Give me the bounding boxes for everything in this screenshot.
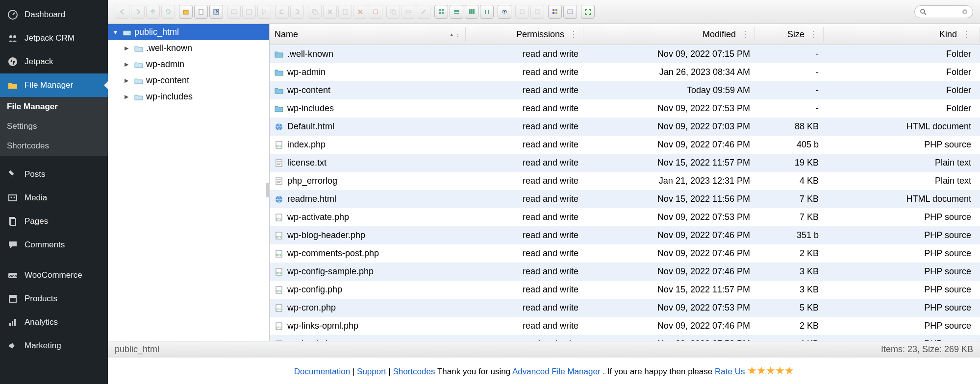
col-kind[interactable]: Kind ⋮ [824, 27, 980, 42]
folder-tree: ▼ public_html ▶.well-known▶wp-admin▶wp-c… [108, 24, 270, 341]
sidebar-item-dashboard[interactable]: Dashboard [0, 3, 108, 26]
tree-item[interactable]: ▶wp-includes [108, 89, 269, 105]
sidebar-item-pages[interactable]: Pages [0, 210, 108, 233]
empty-button[interactable] [369, 5, 382, 19]
open-button[interactable] [227, 5, 241, 19]
col-size[interactable]: Size ⋮ [755, 27, 824, 42]
chevron-right-icon[interactable]: ▶ [125, 94, 131, 100]
file-row[interactable]: wp-adminread and writeJan 26, 2023 08:34… [270, 63, 980, 81]
tree-item-label: wp-includes [146, 92, 193, 102]
file-row[interactable]: wp-includesread and writeNov 09, 2022 07… [270, 99, 980, 118]
info-button[interactable] [548, 5, 562, 19]
svg-rect-4 [9, 195, 17, 201]
doc-link[interactable]: Documentation [294, 367, 350, 376]
sidebar-item-woocommerce[interactable]: WooWooCommerce [0, 264, 108, 287]
sidebar-item-file-manager[interactable]: File Manager [0, 73, 108, 97]
icons-view-button[interactable] [434, 5, 448, 19]
file-row[interactable]: license.txtread and writeNov 15, 2022 11… [270, 154, 980, 172]
chevron-right-icon[interactable]: ▶ [125, 77, 131, 84]
chevron-right-icon[interactable]: ▶ [125, 45, 131, 51]
fullscreen-button[interactable] [581, 5, 595, 19]
search-box[interactable] [914, 5, 973, 18]
tree-resize-handle[interactable] [266, 183, 269, 197]
file-row[interactable]: phpwp-blog-header.phpread and writeNov 0… [270, 226, 980, 244]
sort-button[interactable] [480, 5, 494, 19]
archive-button[interactable] [530, 5, 544, 19]
col-name[interactable]: Name▲ ⋮ [270, 27, 466, 42]
edit-button[interactable] [417, 5, 430, 19]
extract-button[interactable] [515, 5, 529, 19]
clear-icon[interactable] [962, 9, 968, 15]
reload-button[interactable] [161, 5, 175, 19]
sidebar-item-jetpack[interactable]: Jetpack [0, 50, 108, 73]
columns-view-button[interactable] [465, 5, 478, 19]
file-row[interactable]: phpwp-config.phpread and writeNov 15, 20… [270, 281, 980, 299]
cut-button[interactable] [323, 5, 337, 19]
shortcodes-link[interactable]: Shortcodes [393, 367, 435, 376]
undo-button[interactable] [275, 5, 289, 19]
tree-item[interactable]: ▶.well-known [108, 40, 269, 56]
file-row[interactable]: phpwp-config-sample.phpread and writeNov… [270, 263, 980, 281]
sidebar-item-jetpack-crm[interactable]: Jetpack CRM [0, 26, 108, 50]
sidebar-item-marketing[interactable]: Marketing [0, 334, 108, 358]
rate-link[interactable]: Rate Us [715, 367, 745, 376]
help-button[interactable] [563, 5, 577, 19]
support-link[interactable]: Support [357, 367, 386, 376]
redo-button[interactable] [290, 5, 304, 19]
new-file-button[interactable] [194, 5, 208, 19]
stars-icon[interactable]: ★★★★★ [747, 364, 794, 377]
html-icon [275, 195, 283, 204]
chevron-down-icon[interactable]: ▼ [113, 29, 120, 35]
chevron-right-icon[interactable]: ▶ [125, 61, 131, 68]
txt-icon [275, 177, 283, 186]
sidebar-item-label: Pages [25, 216, 48, 226]
file-row[interactable]: Default.htmlread and writeNov 09, 2022 0… [270, 118, 980, 136]
sidebar-item-analytics[interactable]: Analytics [0, 311, 108, 334]
col-permissions[interactable]: Permissions ⋮ [466, 27, 583, 42]
getfile-button[interactable] [257, 5, 271, 19]
file-row[interactable]: php_errorlogread and writeJan 21, 2023 1… [270, 172, 980, 190]
up-button[interactable] [146, 5, 160, 19]
sidebar-sub-settings[interactable]: Settings [0, 117, 108, 136]
sidebar-item-label: WooCommerce [25, 270, 82, 280]
download-button[interactable] [242, 5, 256, 19]
file-size: 7 KB [755, 192, 824, 206]
file-row[interactable]: phpwp-load.phpread and writeNov 09, 2022… [270, 335, 980, 341]
tree-root[interactable]: ▼ public_html [108, 24, 269, 40]
file-row[interactable]: phpwp-cron.phpread and writeNov 09, 2022… [270, 299, 980, 317]
file-row[interactable]: readme.htmlread and writeNov 15, 2022 11… [270, 190, 980, 208]
php-icon: php [275, 286, 283, 294]
sidebar-sub-file-manager[interactable]: File Manager [0, 97, 108, 117]
search-input[interactable] [930, 8, 959, 16]
file-name: wp-admin [287, 67, 326, 77]
file-kind: Folder [824, 83, 980, 97]
file-row[interactable]: phpwp-activate.phpread and writeNov 09, … [270, 208, 980, 226]
file-row[interactable]: phpindex.phpread and writeNov 09, 2022 0… [270, 136, 980, 154]
preview-button[interactable] [498, 5, 511, 19]
sidebar-item-comments[interactable]: Comments [0, 233, 108, 257]
copy-button[interactable] [308, 5, 322, 19]
delete-button[interactable] [353, 5, 367, 19]
analytics-icon [7, 316, 19, 328]
file-row[interactable]: .well-knownread and writeNov 09, 2022 07… [270, 45, 980, 63]
tree-item[interactable]: ▶wp-content [108, 72, 269, 89]
new-folder-button[interactable] [179, 5, 193, 19]
rename-button[interactable] [402, 5, 415, 19]
file-row[interactable]: phpwp-comments-post.phpread and writeNov… [270, 244, 980, 263]
sidebar-item-posts[interactable]: Posts [0, 163, 108, 186]
sidebar-sub-shortcodes[interactable]: Shortcodes [0, 136, 108, 156]
list-view-button[interactable] [450, 5, 463, 19]
file-row[interactable]: wp-contentread and writeToday 09:59 AM-F… [270, 81, 980, 99]
upload-button[interactable] [209, 5, 223, 19]
sidebar-item-media[interactable]: Media [0, 186, 108, 210]
duplicate-button[interactable] [386, 5, 400, 19]
file-kind: PHP source [824, 138, 980, 152]
afm-link[interactable]: Advanced File Manager [512, 367, 601, 376]
forward-button[interactable] [131, 5, 145, 19]
sidebar-item-products[interactable]: Products [0, 287, 108, 311]
paste-button[interactable] [338, 5, 352, 19]
file-row[interactable]: phpwp-links-opml.phpread and writeNov 09… [270, 317, 980, 335]
tree-item[interactable]: ▶wp-admin [108, 56, 269, 72]
back-button[interactable] [116, 5, 129, 19]
col-modified[interactable]: Modified ⋮ [583, 27, 755, 42]
